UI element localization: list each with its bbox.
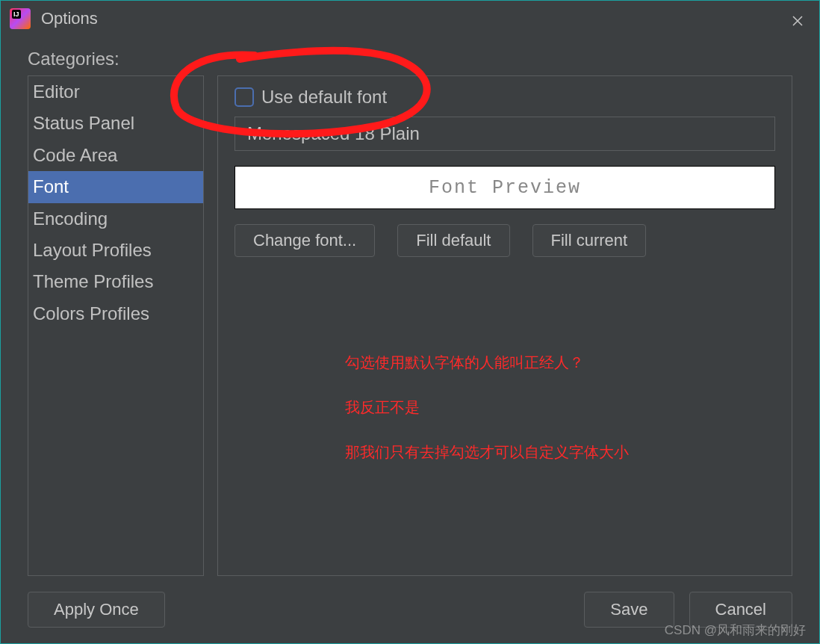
font-panel: Use default font Monospaced 18 Plain Fon… [217,75,792,576]
titlebar: Options [1,1,819,37]
sidebar-item-font[interactable]: Font [28,171,203,202]
annotation-text-3: 那我们只有去掉勾选才可以自定义字体大小 [345,442,629,462]
categories-sidebar: Editor Status Panel Code Area Font Encod… [28,75,204,576]
window-title: Options [41,9,98,28]
sidebar-item-status-panel[interactable]: Status Panel [28,108,203,139]
sidebar-item-encoding[interactable]: Encoding [28,203,203,235]
save-button[interactable]: Save [584,592,674,628]
sidebar-item-label: Code Area [33,145,117,165]
use-default-font-checkbox[interactable] [234,87,254,107]
sidebar-item-editor[interactable]: Editor [28,76,203,108]
use-default-font-label: Use default font [261,87,387,108]
sidebar-item-label: Colors Profiles [33,303,149,323]
sidebar-item-label: Layout Profiles [33,240,152,260]
sidebar-item-code-area[interactable]: Code Area [28,140,203,171]
fill-default-button[interactable]: Fill default [397,224,509,257]
sidebar-item-label: Status Panel [33,113,134,133]
font-value-display: Monospaced 18 Plain [234,117,775,151]
sidebar-item-layout-profiles[interactable]: Layout Profiles [28,235,203,266]
close-icon[interactable] [786,10,809,32]
categories-label: Categories: [28,49,792,69]
apply-once-button[interactable]: Apply Once [28,592,165,628]
sidebar-item-label: Editor [33,81,80,102]
sidebar-item-label: Font [33,176,69,196]
annotation-text-2: 我反正不是 [345,397,420,418]
watermark: CSDN @风和雨来的刚好 [665,622,806,639]
sidebar-item-colors-profiles[interactable]: Colors Profiles [28,298,203,329]
fill-current-button[interactable]: Fill current [532,224,647,257]
font-preview: Font Preview [234,166,775,209]
annotation-text-1: 勾选使用默认字体的人能叫正经人？ [345,353,584,373]
sidebar-item-theme-profiles[interactable]: Theme Profiles [28,266,203,297]
change-font-button[interactable]: Change font... [234,224,375,257]
sidebar-item-label: Theme Profiles [33,271,153,291]
sidebar-item-label: Encoding [33,208,108,229]
app-icon [10,8,31,29]
